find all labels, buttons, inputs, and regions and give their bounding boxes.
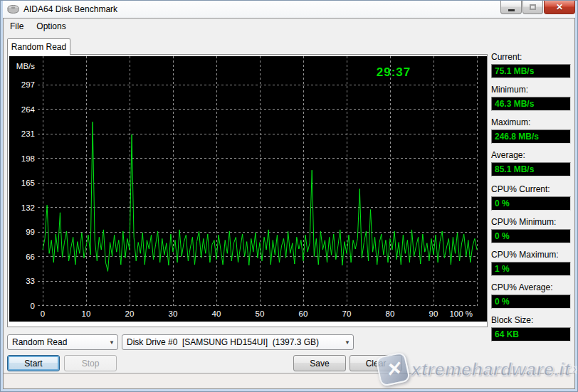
bottom-strip: [4, 373, 574, 388]
svg-text:99: 99: [26, 228, 35, 236]
svg-text:20: 20: [125, 309, 135, 318]
window-title: AIDA64 Disk Benchmark: [23, 4, 117, 14]
stat-label: Maximum:: [491, 117, 571, 127]
stat-value: 0 %: [491, 229, 571, 243]
svg-text:33: 33: [26, 277, 35, 285]
stat-label: CPU% Average:: [491, 282, 571, 292]
svg-text:0: 0: [31, 302, 35, 310]
test-type-select[interactable]: Random Read ▼: [7, 334, 118, 350]
stat-label: Minimum:: [491, 85, 571, 95]
stat-maximum: Maximum: 246.8 MB/s: [491, 117, 571, 144]
svg-text:66: 66: [26, 253, 35, 261]
menu-options[interactable]: Options: [30, 20, 72, 33]
stat-value: 1 %: [491, 262, 571, 276]
title-bar[interactable]: AIDA64 Disk Benchmark: [3, 1, 575, 18]
stat-value: 75.1 MB/s: [491, 64, 571, 78]
stat-value: 0 %: [491, 295, 571, 309]
disk-drive-select[interactable]: Disk Drive #0 [SAMSUNG HD154UI] (1397.3 …: [122, 334, 354, 350]
chevron-down-icon: ▼: [345, 339, 350, 346]
maximize-button[interactable]: [522, 1, 543, 14]
benchmark-chart: 0102030405060708090100 %2972642311981651…: [9, 56, 487, 322]
svg-text:50: 50: [256, 309, 265, 318]
svg-text:70: 70: [342, 309, 352, 318]
stat-cpu-current: CPU% Current: 0 %: [491, 184, 571, 211]
svg-text:29:37: 29:37: [377, 65, 411, 79]
stat-value: 85.1 MB/s: [491, 162, 571, 176]
chevron-down-icon: ▼: [109, 339, 115, 346]
svg-text:90: 90: [429, 309, 438, 318]
stop-button[interactable]: Stop: [64, 355, 117, 371]
close-icon: ✕: [556, 2, 563, 12]
tab-page: 0102030405060708090100 %2972642311981651…: [7, 54, 488, 327]
stat-value: 246.8 MB/s: [491, 129, 571, 144]
svg-text:MB/s: MB/s: [16, 62, 35, 70]
svg-text:198: 198: [21, 154, 35, 163]
minimize-button[interactable]: [500, 1, 522, 14]
window-controls: ✕: [500, 1, 575, 14]
stat-label: CPU% Minimum:: [491, 217, 571, 227]
stat-cpu-maximum: CPU% Maximum: 1 %: [491, 250, 571, 276]
stat-block-size: Block Size: 64 KB: [491, 315, 571, 341]
menu-file[interactable]: File: [4, 20, 30, 33]
stat-label: CPU% Maximum:: [491, 250, 571, 260]
close-button[interactable]: ✕: [544, 1, 575, 14]
stat-value: 0 %: [491, 196, 571, 211]
tab-random-read[interactable]: Random Read: [7, 38, 70, 55]
svg-text:100 %: 100 %: [449, 309, 473, 318]
start-button[interactable]: Start: [7, 355, 60, 371]
svg-text:0: 0: [41, 309, 45, 318]
stat-minimum: Minimum: 46.3 MB/s: [491, 85, 571, 111]
stat-label: Current:: [491, 52, 571, 62]
test-type-value: Random Read: [12, 337, 106, 347]
svg-text:165: 165: [21, 179, 35, 187]
stat-cpu-minimum: CPU% Minimum: 0 %: [491, 217, 571, 243]
app-window: AIDA64 Disk Benchmark ✕ File Options Ran…: [0, 0, 578, 392]
svg-text:297: 297: [21, 80, 35, 89]
stat-current: Current: 75.1 MB/s: [491, 52, 571, 78]
client-area: File Options Random Read 010203040506070…: [3, 18, 575, 389]
menu-bar: File Options: [4, 18, 574, 33]
stat-value: 46.3 MB/s: [491, 97, 571, 111]
stat-label: Block Size:: [491, 315, 571, 325]
stat-average: Average: 85.1 MB/s: [491, 150, 571, 176]
stat-label: Average:: [491, 150, 571, 160]
stat-cpu-average: CPU% Average: 0 %: [491, 282, 571, 309]
svg-text:264: 264: [21, 105, 36, 114]
stat-value: 64 KB: [491, 327, 571, 341]
svg-text:80: 80: [386, 309, 395, 318]
save-button[interactable]: Save: [293, 355, 346, 371]
svg-text:30: 30: [169, 309, 178, 318]
stats-panel: Current: 75.1 MB/s Minimum: 46.3 MB/s Ma…: [491, 52, 571, 348]
stat-label: CPU% Current:: [491, 184, 571, 194]
svg-text:231: 231: [21, 129, 35, 138]
disk-drive-icon: [7, 4, 19, 14]
svg-text:132: 132: [21, 203, 35, 212]
disk-drive-value: Disk Drive #0 [SAMSUNG HD154UI] (1397.3 …: [127, 337, 342, 347]
maximize-icon: [530, 4, 536, 10]
svg-text:40: 40: [212, 309, 221, 318]
clear-button[interactable]: Clear: [350, 355, 402, 371]
minimize-icon: [508, 9, 515, 11]
svg-text:60: 60: [299, 309, 308, 318]
svg-text:10: 10: [82, 309, 91, 318]
